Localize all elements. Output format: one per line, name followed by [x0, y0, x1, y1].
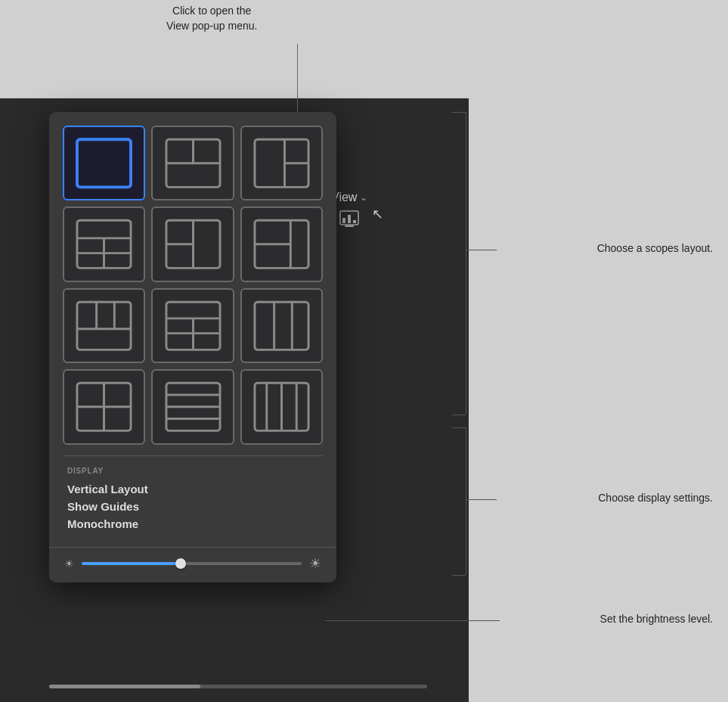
scrollbar-thumb[interactable]: [49, 685, 200, 688]
bracket-scopes-bottom: [452, 415, 466, 415]
svg-rect-3: [353, 220, 356, 223]
callout-line2: View pop-up menu.: [166, 19, 257, 34]
bracket-display-horiz: [466, 499, 497, 500]
layout-item-multi-col[interactable]: [240, 369, 323, 444]
brightness-low-icon: ☀: [64, 558, 74, 570]
annotation-scopes: Choose a scopes layout.: [597, 241, 713, 256]
svg-rect-4: [345, 225, 354, 227]
bracket-scopes-horiz: [466, 250, 497, 250]
layout-item-right-split[interactable]: [240, 126, 323, 200]
show-guides-item[interactable]: Show Guides: [67, 500, 318, 513]
layout-item-3top[interactable]: [63, 288, 145, 363]
brightness-high-icon: ☀: [309, 555, 321, 572]
layout-item-2top-2bottomleft[interactable]: [63, 207, 145, 281]
callout-top-text: Click to open the View pop-up menu.: [166, 4, 257, 33]
brightness-fill: [82, 562, 181, 565]
display-label: DISPLAY: [67, 467, 318, 475]
vertical-layout-item[interactable]: Vertical Layout: [67, 483, 318, 495]
svg-rect-5: [77, 139, 131, 187]
bracket-display-top: [452, 427, 466, 428]
annotation-brightness: Set the brightness level.: [600, 611, 713, 627]
layout-grid-section: [49, 112, 336, 455]
display-section: DISPLAY Vertical Layout Show Guides Mono…: [49, 456, 336, 547]
bracket-scopes-top: [452, 112, 466, 113]
svg-rect-1: [342, 218, 345, 223]
svg-rect-22: [77, 302, 131, 349]
layout-item-four-equal[interactable]: [63, 369, 145, 444]
layout-item-multi-row[interactable]: [151, 369, 234, 444]
bracket-display-bottom: [452, 575, 466, 576]
brightness-thumb[interactable]: [175, 558, 186, 569]
callout-line1: Click to open the: [166, 4, 257, 19]
bracket-scopes-vert: [466, 112, 466, 415]
annotation-display: Choose display settings.: [598, 490, 713, 506]
brightness-annotation-line: [325, 620, 499, 621]
layout-item-single[interactable]: [63, 126, 145, 200]
layout-item-three-cols[interactable]: [240, 288, 323, 363]
layout-item-three-rows[interactable]: [151, 288, 234, 363]
monochrome-item[interactable]: Monochrome: [67, 517, 318, 530]
layout-item-big-left[interactable]: [151, 207, 234, 281]
scope-icon-button[interactable]: [339, 210, 359, 232]
svg-rect-2: [348, 215, 351, 223]
brightness-dot: [499, 620, 500, 621]
popup-menu: DISPLAY Vertical Layout Show Guides Mono…: [49, 112, 336, 582]
svg-rect-30: [255, 302, 308, 349]
brightness-section: ☀ ☀: [49, 547, 336, 582]
view-chevron-icon: ⌄: [360, 192, 367, 203]
layout-grid: [63, 126, 323, 445]
scrollbar-track[interactable]: [49, 685, 427, 688]
layout-item-wide-left[interactable]: [240, 207, 323, 281]
bracket-display-vert: [466, 427, 466, 575]
layout-item-top-split[interactable]: [151, 126, 234, 200]
brightness-slider[interactable]: [82, 562, 302, 565]
